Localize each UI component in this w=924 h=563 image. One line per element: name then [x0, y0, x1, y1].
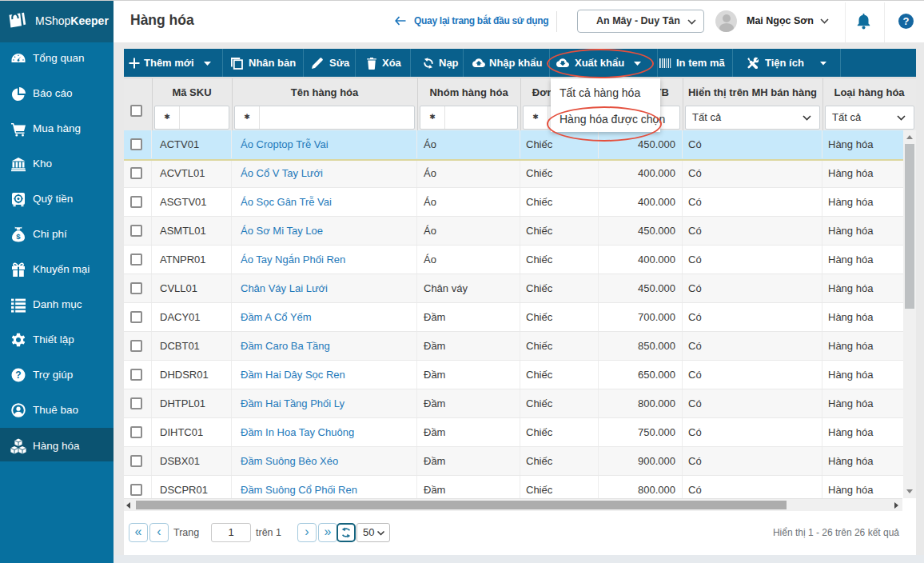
svg-text:?: ?: [15, 369, 21, 381]
svg-text:$: $: [16, 232, 21, 241]
